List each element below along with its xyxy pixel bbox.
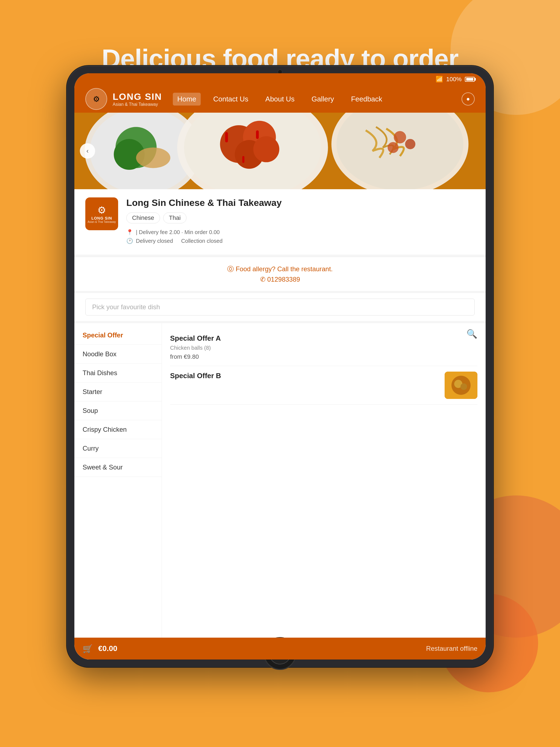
tablet-frame: 📶 100% ⚙ LONG xyxy=(67,66,493,667)
content-search-icon[interactable]: 🔍 xyxy=(466,329,478,339)
cart-icon: 🛒 xyxy=(82,644,93,653)
collection-status-text: Collection closed xyxy=(181,238,223,244)
restaurant-info-section: ⚙ LONG SIN Asian & Thai Takeaway Long Si… xyxy=(74,189,486,255)
sidebar-item-curry[interactable]: Curry xyxy=(74,439,161,458)
nav-item-contact[interactable]: Contact Us xyxy=(209,93,253,106)
logo-area: ⚙ LONG SIN Asian & Thai Takeaway xyxy=(85,88,162,110)
food-thumbnail-svg xyxy=(444,371,478,399)
battery-icon xyxy=(465,77,475,82)
restaurant-tags: Chinese Thai xyxy=(126,212,475,223)
hero-svg xyxy=(74,113,486,189)
user-icon: ● xyxy=(466,96,470,103)
delivery-status-row: 🕐 Delivery closed Collection closed xyxy=(126,238,475,244)
menu-sidebar: Special Offer Noodle Box Thai Dishes Sta… xyxy=(74,323,162,660)
cart-price: €0.00 xyxy=(98,644,421,653)
delivery-fee-text: | Delivery fee 2.00 · Min order 0.00 xyxy=(136,229,220,235)
restaurant-logo-text: LONG SIN xyxy=(91,216,112,221)
tag-thai: Thai xyxy=(163,212,186,223)
status-bar: 📶 100% xyxy=(74,73,486,85)
menu-item-special-offer-b: Special Offer B xyxy=(170,366,478,405)
navigation-bar: ⚙ LONG SIN Asian & Thai Takeaway Home Co… xyxy=(74,85,486,113)
restaurant-logo-icon: ⚙ xyxy=(97,205,106,216)
menu-item-desc-a: Chicken balls (8) xyxy=(170,345,478,351)
svg-point-19 xyxy=(388,142,399,153)
clock-icon: 🕐 xyxy=(126,238,133,244)
svg-rect-14 xyxy=(242,156,245,163)
menu-item-title-b: Special Offer B xyxy=(170,371,221,380)
restaurant-details: Long Sin Chinese & Thai Takeaway Chinese… xyxy=(126,198,475,247)
sidebar-item-starter[interactable]: Starter xyxy=(74,383,161,402)
sidebar-item-soup[interactable]: Soup xyxy=(74,402,161,420)
svg-point-11 xyxy=(253,136,279,162)
delivery-fee-row: 📍 | Delivery fee 2.00 · Min order 0.00 xyxy=(126,229,475,235)
menu-item-image-b xyxy=(444,371,478,399)
sidebar-item-crispy-chicken[interactable]: Crispy Chicken xyxy=(74,420,161,439)
restaurant-logo-sub: Asian & Thai Takeaway xyxy=(87,221,116,223)
svg-rect-12 xyxy=(225,132,228,143)
allergy-text: ⓪ Food allergy? Call the restaurant. xyxy=(85,265,475,274)
menu-item-special-offer-a: Special Offer A Chicken balls (8) from €… xyxy=(170,329,478,366)
sidebar-item-sweet-sour[interactable]: Sweet & Sour xyxy=(74,458,161,477)
cart-status: Restaurant offline xyxy=(426,645,478,652)
delivery-status-text: Delivery closed xyxy=(136,238,173,244)
search-input[interactable]: Pick your favourite dish xyxy=(85,299,475,315)
nav-item-gallery[interactable]: Gallery xyxy=(307,93,338,106)
search-placeholder: Pick your favourite dish xyxy=(92,303,160,311)
sidebar-item-special-offer[interactable]: Special Offer xyxy=(74,326,161,345)
hero-food-image xyxy=(74,113,486,189)
tag-chinese: Chinese xyxy=(126,212,160,223)
logo-circle: ⚙ xyxy=(85,88,107,110)
sidebar-item-noodle-box[interactable]: Noodle Box xyxy=(74,345,161,364)
svg-point-23 xyxy=(460,383,467,390)
phone-text: ✆ 012983389 xyxy=(85,276,475,283)
tablet-device: 📶 100% ⚙ LONG xyxy=(67,66,493,667)
tablet-screen: 📶 100% ⚙ LONG xyxy=(74,73,486,660)
battery-percentage: 100% xyxy=(446,76,462,83)
nav-user-icon[interactable]: ● xyxy=(462,93,475,106)
restaurant-logo: ⚙ LONG SIN Asian & Thai Takeaway xyxy=(85,198,118,230)
logo-icon: ⚙ xyxy=(93,95,100,104)
hero-section: ‹ xyxy=(74,113,486,189)
svg-point-18 xyxy=(405,139,415,149)
svg-point-17 xyxy=(394,131,406,143)
sidebar-item-thai-dishes[interactable]: Thai Dishes xyxy=(74,364,161,383)
search-bar-section: Pick your favourite dish xyxy=(74,293,486,321)
menu-section: Special Offer Noodle Box Thai Dishes Sta… xyxy=(74,323,486,660)
allergy-section: ⓪ Food allergy? Call the restaurant. ✆ 0… xyxy=(74,257,486,291)
location-icon: 📍 xyxy=(126,229,133,235)
hero-prev-button[interactable]: ‹ xyxy=(80,143,95,159)
restaurant-name: Long Sin Chinese & Thai Takeaway xyxy=(126,198,475,208)
logo-subtitle: Asian & Thai Takeaway xyxy=(113,102,162,107)
svg-point-5 xyxy=(136,147,170,168)
logo-text-block: LONG SIN Asian & Thai Takeaway xyxy=(113,91,162,107)
nav-item-home[interactable]: Home xyxy=(173,93,200,106)
nav-item-feedback[interactable]: Feedback xyxy=(347,93,387,106)
svg-rect-13 xyxy=(256,130,259,139)
menu-content: 🔍 Special Offer A Chicken balls (8) from… xyxy=(162,323,486,660)
menu-item-price-a: from €9.80 xyxy=(170,353,478,360)
wifi-icon: 📶 xyxy=(436,76,443,83)
menu-item-title-a: Special Offer A xyxy=(170,334,478,343)
nav-item-about[interactable]: About Us xyxy=(261,93,299,106)
cart-bar[interactable]: 🛒 €0.00 Restaurant offline xyxy=(74,638,486,660)
logo-name: LONG SIN xyxy=(113,91,162,102)
